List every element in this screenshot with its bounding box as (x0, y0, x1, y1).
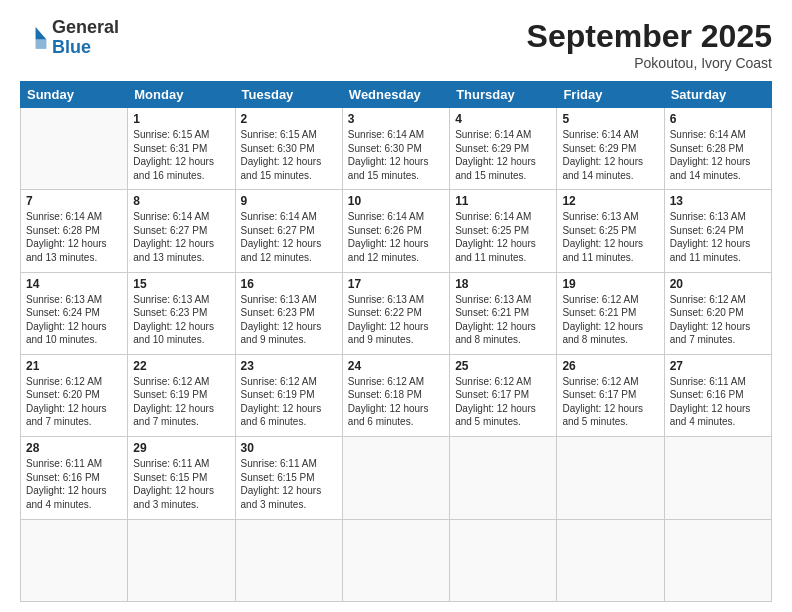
table-row: 10 Sunrise: 6:14 AMSunset: 6:26 PMDaylig… (342, 190, 449, 272)
table-row: 3 Sunrise: 6:14 AMSunset: 6:30 PMDayligh… (342, 108, 449, 190)
calendar-row: 28 Sunrise: 6:11 AMSunset: 6:16 PMDaylig… (21, 437, 772, 519)
day-info: Sunrise: 6:14 AMSunset: 6:29 PMDaylight:… (562, 129, 643, 181)
day-info: Sunrise: 6:12 AMSunset: 6:19 PMDaylight:… (133, 376, 214, 428)
table-row (235, 519, 342, 601)
day-number: 15 (133, 277, 229, 291)
day-info: Sunrise: 6:13 AMSunset: 6:23 PMDaylight:… (241, 294, 322, 346)
weekday-header-row: Sunday Monday Tuesday Wednesday Thursday… (21, 82, 772, 108)
page: General Blue September 2025 Pokoutou, Iv… (0, 0, 792, 612)
table-row: 16 Sunrise: 6:13 AMSunset: 6:23 PMDaylig… (235, 272, 342, 354)
table-row: 20 Sunrise: 6:12 AMSunset: 6:20 PMDaylig… (664, 272, 771, 354)
day-info: Sunrise: 6:11 AMSunset: 6:16 PMDaylight:… (670, 376, 751, 428)
day-info: Sunrise: 6:11 AMSunset: 6:15 PMDaylight:… (133, 458, 214, 510)
table-row: 22 Sunrise: 6:12 AMSunset: 6:19 PMDaylig… (128, 354, 235, 436)
day-number: 29 (133, 441, 229, 455)
table-row: 28 Sunrise: 6:11 AMSunset: 6:16 PMDaylig… (21, 437, 128, 519)
day-number: 12 (562, 194, 658, 208)
day-info: Sunrise: 6:14 AMSunset: 6:26 PMDaylight:… (348, 211, 429, 263)
calendar-table: Sunday Monday Tuesday Wednesday Thursday… (20, 81, 772, 602)
header-saturday: Saturday (664, 82, 771, 108)
location: Pokoutou, Ivory Coast (527, 55, 772, 71)
day-info: Sunrise: 6:12 AMSunset: 6:20 PMDaylight:… (26, 376, 107, 428)
day-number: 2 (241, 112, 337, 126)
header-monday: Monday (128, 82, 235, 108)
day-info: Sunrise: 6:12 AMSunset: 6:17 PMDaylight:… (562, 376, 643, 428)
day-number: 17 (348, 277, 444, 291)
day-number: 20 (670, 277, 766, 291)
day-number: 23 (241, 359, 337, 373)
table-row: 26 Sunrise: 6:12 AMSunset: 6:17 PMDaylig… (557, 354, 664, 436)
calendar-row: 7 Sunrise: 6:14 AMSunset: 6:28 PMDayligh… (21, 190, 772, 272)
day-info: Sunrise: 6:15 AMSunset: 6:30 PMDaylight:… (241, 129, 322, 181)
day-info: Sunrise: 6:13 AMSunset: 6:24 PMDaylight:… (670, 211, 751, 263)
table-row (450, 437, 557, 519)
day-info: Sunrise: 6:14 AMSunset: 6:28 PMDaylight:… (26, 211, 107, 263)
table-row: 4 Sunrise: 6:14 AMSunset: 6:29 PMDayligh… (450, 108, 557, 190)
table-row: 19 Sunrise: 6:12 AMSunset: 6:21 PMDaylig… (557, 272, 664, 354)
day-number: 30 (241, 441, 337, 455)
day-number: 28 (26, 441, 122, 455)
day-info: Sunrise: 6:11 AMSunset: 6:15 PMDaylight:… (241, 458, 322, 510)
table-row (21, 519, 128, 601)
day-number: 27 (670, 359, 766, 373)
day-number: 14 (26, 277, 122, 291)
day-info: Sunrise: 6:15 AMSunset: 6:31 PMDaylight:… (133, 129, 214, 181)
table-row: 18 Sunrise: 6:13 AMSunset: 6:21 PMDaylig… (450, 272, 557, 354)
day-info: Sunrise: 6:13 AMSunset: 6:21 PMDaylight:… (455, 294, 536, 346)
table-row (342, 437, 449, 519)
header-friday: Friday (557, 82, 664, 108)
table-row (557, 437, 664, 519)
day-info: Sunrise: 6:14 AMSunset: 6:25 PMDaylight:… (455, 211, 536, 263)
calendar-row: 14 Sunrise: 6:13 AMSunset: 6:24 PMDaylig… (21, 272, 772, 354)
table-row (342, 519, 449, 601)
table-row: 23 Sunrise: 6:12 AMSunset: 6:19 PMDaylig… (235, 354, 342, 436)
day-number: 6 (670, 112, 766, 126)
table-row: 25 Sunrise: 6:12 AMSunset: 6:17 PMDaylig… (450, 354, 557, 436)
day-info: Sunrise: 6:12 AMSunset: 6:20 PMDaylight:… (670, 294, 751, 346)
day-info: Sunrise: 6:13 AMSunset: 6:22 PMDaylight:… (348, 294, 429, 346)
table-row: 30 Sunrise: 6:11 AMSunset: 6:15 PMDaylig… (235, 437, 342, 519)
logo-blue: Blue (52, 37, 91, 57)
table-row: 13 Sunrise: 6:13 AMSunset: 6:24 PMDaylig… (664, 190, 771, 272)
day-info: Sunrise: 6:13 AMSunset: 6:24 PMDaylight:… (26, 294, 107, 346)
logo: General Blue (20, 18, 119, 58)
table-row (21, 108, 128, 190)
header-sunday: Sunday (21, 82, 128, 108)
day-number: 3 (348, 112, 444, 126)
day-info: Sunrise: 6:12 AMSunset: 6:21 PMDaylight:… (562, 294, 643, 346)
header-thursday: Thursday (450, 82, 557, 108)
table-row: 8 Sunrise: 6:14 AMSunset: 6:27 PMDayligh… (128, 190, 235, 272)
header: General Blue September 2025 Pokoutou, Iv… (20, 18, 772, 71)
day-number: 19 (562, 277, 658, 291)
title-block: September 2025 Pokoutou, Ivory Coast (527, 18, 772, 71)
table-row: 21 Sunrise: 6:12 AMSunset: 6:20 PMDaylig… (21, 354, 128, 436)
day-number: 5 (562, 112, 658, 126)
logo-general: General (52, 17, 119, 37)
calendar-row (21, 519, 772, 601)
day-number: 1 (133, 112, 229, 126)
day-info: Sunrise: 6:12 AMSunset: 6:18 PMDaylight:… (348, 376, 429, 428)
table-row: 1 Sunrise: 6:15 AMSunset: 6:31 PMDayligh… (128, 108, 235, 190)
logo-text: General Blue (52, 18, 119, 58)
table-row: 17 Sunrise: 6:13 AMSunset: 6:22 PMDaylig… (342, 272, 449, 354)
day-info: Sunrise: 6:12 AMSunset: 6:17 PMDaylight:… (455, 376, 536, 428)
day-info: Sunrise: 6:13 AMSunset: 6:25 PMDaylight:… (562, 211, 643, 263)
day-info: Sunrise: 6:14 AMSunset: 6:27 PMDaylight:… (133, 211, 214, 263)
day-number: 8 (133, 194, 229, 208)
day-number: 18 (455, 277, 551, 291)
day-number: 16 (241, 277, 337, 291)
table-row: 27 Sunrise: 6:11 AMSunset: 6:16 PMDaylig… (664, 354, 771, 436)
day-number: 4 (455, 112, 551, 126)
svg-marker-0 (36, 27, 47, 39)
table-row (450, 519, 557, 601)
table-row: 2 Sunrise: 6:15 AMSunset: 6:30 PMDayligh… (235, 108, 342, 190)
day-info: Sunrise: 6:14 AMSunset: 6:27 PMDaylight:… (241, 211, 322, 263)
day-number: 10 (348, 194, 444, 208)
table-row: 7 Sunrise: 6:14 AMSunset: 6:28 PMDayligh… (21, 190, 128, 272)
day-number: 24 (348, 359, 444, 373)
header-wednesday: Wednesday (342, 82, 449, 108)
table-row: 29 Sunrise: 6:11 AMSunset: 6:15 PMDaylig… (128, 437, 235, 519)
day-number: 22 (133, 359, 229, 373)
table-row: 12 Sunrise: 6:13 AMSunset: 6:25 PMDaylig… (557, 190, 664, 272)
table-row (664, 519, 771, 601)
